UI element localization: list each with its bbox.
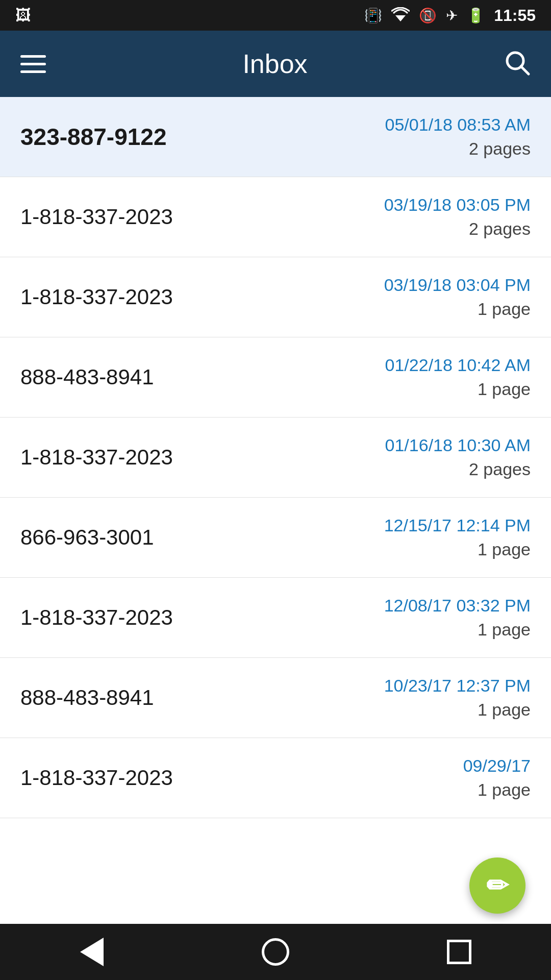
home-icon xyxy=(262,938,289,966)
inbox-list: 323-887-912205/01/18 08:53 AM2 pages1-81… xyxy=(0,97,551,818)
item-date: 12/15/17 12:14 PM xyxy=(384,516,531,535)
app-bar: Inbox xyxy=(0,31,551,97)
item-meta: 03/19/18 03:05 PM2 pages xyxy=(384,195,531,239)
status-bar: 🖼 📳 📵 ✈ 🔋 11:55 xyxy=(0,0,551,31)
svg-marker-0 xyxy=(395,15,406,21)
back-icon xyxy=(80,938,104,966)
phone-number: 888-483-8941 xyxy=(20,365,154,389)
search-icon xyxy=(504,50,531,76)
list-item[interactable]: 323-887-912205/01/18 08:53 AM2 pages xyxy=(0,97,551,177)
back-button[interactable] xyxy=(71,932,112,972)
item-date: 03/19/18 03:04 PM xyxy=(384,275,531,295)
item-meta: 09/29/171 page xyxy=(463,756,531,800)
item-date: 01/16/18 10:30 AM xyxy=(385,435,531,455)
item-pages: 1 page xyxy=(478,299,531,319)
vibrate-icon: 📳 xyxy=(364,7,382,24)
list-item[interactable]: 866-963-300112/15/17 12:14 PM1 page xyxy=(0,498,551,578)
item-meta: 12/15/17 12:14 PM1 page xyxy=(384,516,531,559)
phone-number: 1-818-337-2023 xyxy=(20,285,173,309)
phone-number: 888-483-8941 xyxy=(20,685,154,710)
page-title: Inbox xyxy=(242,48,307,79)
menu-button[interactable] xyxy=(20,55,46,73)
list-item[interactable]: 1-818-337-202303/19/18 03:05 PM2 pages xyxy=(0,177,551,257)
search-button[interactable] xyxy=(504,50,531,78)
item-meta: 01/22/18 10:42 AM1 page xyxy=(385,355,531,399)
phone-number: 866-963-3001 xyxy=(20,525,154,550)
list-item[interactable]: 1-818-337-202303/19/18 03:04 PM1 page xyxy=(0,257,551,337)
item-date: 03/19/18 03:05 PM xyxy=(384,195,531,215)
item-pages: 1 page xyxy=(478,379,531,399)
item-meta: 03/19/18 03:04 PM1 page xyxy=(384,275,531,319)
item-date: 01/22/18 10:42 AM xyxy=(385,355,531,375)
item-date: 10/23/17 12:37 PM xyxy=(384,676,531,696)
airplane-icon: ✈ xyxy=(446,7,458,24)
item-pages: 1 page xyxy=(478,700,531,720)
item-meta: 10/23/17 12:37 PM1 page xyxy=(384,676,531,720)
battery-icon: 🔋 xyxy=(467,7,485,24)
svg-line-2 xyxy=(521,66,529,74)
item-pages: 2 pages xyxy=(469,219,531,239)
menu-line-1 xyxy=(20,55,46,58)
item-date: 05/01/18 08:53 AM xyxy=(385,115,531,135)
wifi-icon xyxy=(391,7,410,23)
list-item[interactable]: 1-818-337-202309/29/171 page xyxy=(0,738,551,818)
list-item[interactable]: 888-483-894110/23/17 12:37 PM1 page xyxy=(0,658,551,738)
item-date: 12/08/17 03:32 PM xyxy=(384,596,531,616)
item-pages: 2 pages xyxy=(469,459,531,479)
item-date: 09/29/17 xyxy=(463,756,531,776)
item-pages: 1 page xyxy=(478,540,531,559)
item-meta: 01/16/18 10:30 AM2 pages xyxy=(385,435,531,479)
list-item[interactable]: 888-483-894101/22/18 10:42 AM1 page xyxy=(0,337,551,418)
photo-icon: 🖼 xyxy=(15,7,31,24)
status-bar-left: 🖼 xyxy=(15,7,31,24)
item-pages: 1 page xyxy=(478,620,531,640)
phone-number: 1-818-337-2023 xyxy=(20,205,173,229)
recents-icon xyxy=(447,940,471,964)
phone-number: 323-887-9122 xyxy=(20,123,166,151)
phone-number: 1-818-337-2023 xyxy=(20,445,173,470)
item-meta: 12/08/17 03:32 PM1 page xyxy=(384,596,531,640)
menu-line-3 xyxy=(20,70,46,73)
item-meta: 05/01/18 08:53 AM2 pages xyxy=(385,115,531,159)
phone-number: 1-818-337-2023 xyxy=(20,605,173,630)
navigation-bar xyxy=(0,924,551,980)
pencil-icon: ✏ xyxy=(486,870,509,901)
compose-fab[interactable]: ✏ xyxy=(469,857,525,914)
sim-icon: 📵 xyxy=(419,7,437,24)
phone-number: 1-818-337-2023 xyxy=(20,766,173,790)
item-pages: 1 page xyxy=(478,780,531,800)
list-item[interactable]: 1-818-337-202312/08/17 03:32 PM1 page xyxy=(0,578,551,658)
home-button[interactable] xyxy=(255,932,296,972)
menu-line-2 xyxy=(20,63,46,65)
status-time: 11:55 xyxy=(494,6,536,25)
item-pages: 2 pages xyxy=(469,139,531,159)
recents-button[interactable] xyxy=(439,932,480,972)
list-item[interactable]: 1-818-337-202301/16/18 10:30 AM2 pages xyxy=(0,418,551,498)
